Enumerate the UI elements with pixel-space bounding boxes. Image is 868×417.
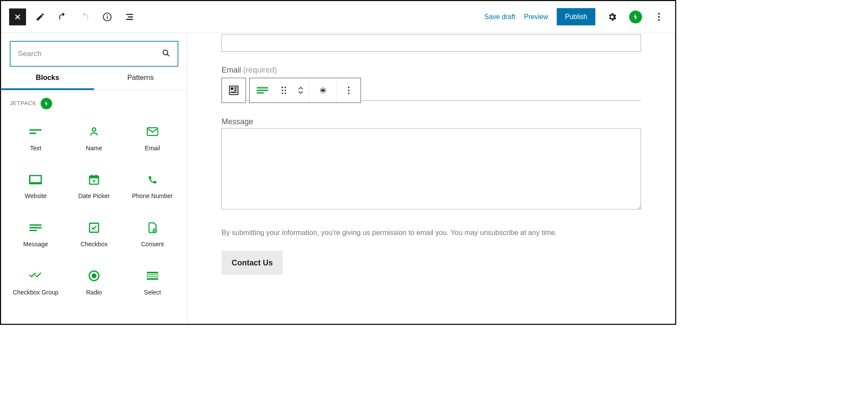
search-input[interactable] (18, 50, 162, 58)
message-textarea[interactable] (221, 128, 641, 209)
svg-rect-12 (30, 183, 42, 185)
calendar-icon (89, 173, 99, 186)
block-consent[interactable]: Consent (123, 212, 182, 260)
section-jetpack: JETPACK (1, 90, 187, 111)
block-datepicker[interactable]: Date Picker (65, 164, 123, 212)
block-text[interactable]: Text (7, 116, 65, 164)
svg-rect-8 (30, 132, 36, 134)
block-grid: Text Name Email Website Date Picker Phon… (1, 111, 187, 313)
radio-icon (88, 269, 99, 282)
chevron-up-icon[interactable] (297, 86, 304, 90)
jetpack-icon[interactable] (629, 10, 642, 23)
svg-point-41 (281, 93, 283, 94)
save-draft-button[interactable]: Save draft (485, 13, 515, 21)
svg-rect-2 (107, 14, 108, 15)
block-name[interactable]: Name (65, 116, 123, 164)
section-label: JETPACK (10, 100, 36, 107)
outline-icon[interactable] (122, 9, 138, 25)
phone-icon (147, 173, 157, 186)
undo-icon[interactable] (54, 9, 70, 25)
redo-icon[interactable] (77, 9, 93, 25)
svg-point-45 (348, 93, 349, 94)
tab-patterns[interactable]: Patterns (94, 73, 187, 90)
svg-point-44 (348, 89, 349, 91)
svg-rect-35 (257, 90, 268, 91)
svg-point-9 (92, 128, 96, 131)
info-icon[interactable] (99, 9, 115, 25)
svg-point-43 (348, 87, 349, 88)
website-icon (29, 173, 42, 186)
block-type-icon[interactable] (250, 78, 275, 103)
svg-rect-28 (147, 278, 158, 280)
message-icon (30, 221, 42, 235)
block-message[interactable]: Message (7, 212, 65, 260)
email-field-label: Email (required) (221, 65, 641, 74)
block-website[interactable]: Website (7, 164, 65, 212)
preview-button[interactable]: Preview (524, 13, 548, 21)
svg-point-42 (284, 93, 286, 94)
svg-rect-18 (30, 224, 42, 225)
block-checkbox-group[interactable]: Checkbox Group (7, 260, 65, 308)
svg-point-25 (92, 273, 96, 278)
svg-point-3 (658, 13, 660, 14)
tab-blocks[interactable]: Blocks (1, 73, 94, 90)
editor-topbar: Save draft Preview Publish (1, 1, 675, 33)
edit-icon[interactable] (32, 9, 48, 25)
required-toggle-icon[interactable] (309, 78, 337, 103)
block-email[interactable]: Email (123, 116, 182, 164)
drag-handle-icon[interactable] (275, 78, 292, 103)
block-select[interactable]: Select (123, 260, 182, 308)
svg-point-39 (281, 89, 283, 91)
block-toolbar-group (249, 78, 361, 103)
move-buttons[interactable] (292, 78, 309, 103)
svg-point-40 (284, 89, 286, 91)
text-icon (30, 125, 42, 138)
block-phone[interactable]: Phone Number (123, 164, 182, 212)
checkbox-icon (89, 221, 99, 235)
checkbox-group-icon (29, 269, 42, 282)
submit-button[interactable]: Contact Us (221, 251, 283, 275)
svg-rect-14 (89, 176, 99, 178)
more-icon[interactable] (651, 9, 667, 25)
svg-point-6 (163, 50, 168, 55)
more-options-icon[interactable] (337, 78, 361, 103)
svg-point-4 (658, 16, 660, 18)
settings-icon[interactable] (604, 9, 620, 25)
svg-rect-16 (96, 175, 97, 177)
topbar-right: Save draft Preview Publish (485, 8, 667, 26)
block-checkbox[interactable]: Checkbox (65, 212, 123, 260)
inserter-sidebar: Blocks Patterns JETPACK Text Name Email (1, 33, 187, 324)
block-toolbar (221, 78, 361, 103)
svg-rect-7 (30, 129, 42, 131)
close-button[interactable] (9, 8, 26, 25)
svg-rect-15 (91, 175, 92, 177)
svg-point-37 (281, 86, 283, 88)
chevron-down-icon[interactable] (297, 91, 304, 94)
svg-rect-31 (234, 87, 237, 89)
svg-rect-19 (30, 227, 42, 228)
search-box (10, 41, 178, 66)
svg-rect-20 (30, 230, 37, 231)
svg-rect-27 (147, 275, 158, 277)
topbar-left (9, 8, 138, 25)
email-block-selected[interactable] (221, 76, 641, 101)
svg-rect-34 (257, 87, 268, 89)
parent-block-button[interactable] (221, 78, 246, 103)
search-icon (162, 49, 170, 59)
editor-canvas: Email (required) (188, 33, 675, 324)
svg-point-5 (658, 19, 660, 21)
name-input-field[interactable] (221, 34, 641, 52)
svg-rect-36 (257, 92, 264, 93)
svg-rect-26 (147, 272, 158, 274)
consent-text: By submitting your information, you're g… (221, 228, 641, 237)
svg-rect-1 (107, 16, 108, 19)
block-radio[interactable]: Radio (65, 260, 123, 308)
message-field-label: Message (221, 117, 641, 126)
email-icon (147, 125, 158, 138)
svg-rect-30 (231, 87, 233, 90)
name-icon (89, 125, 99, 138)
select-icon (147, 269, 158, 282)
consent-icon (147, 221, 158, 235)
inserter-tabs: Blocks Patterns (1, 73, 187, 90)
publish-button[interactable]: Publish (557, 8, 596, 26)
